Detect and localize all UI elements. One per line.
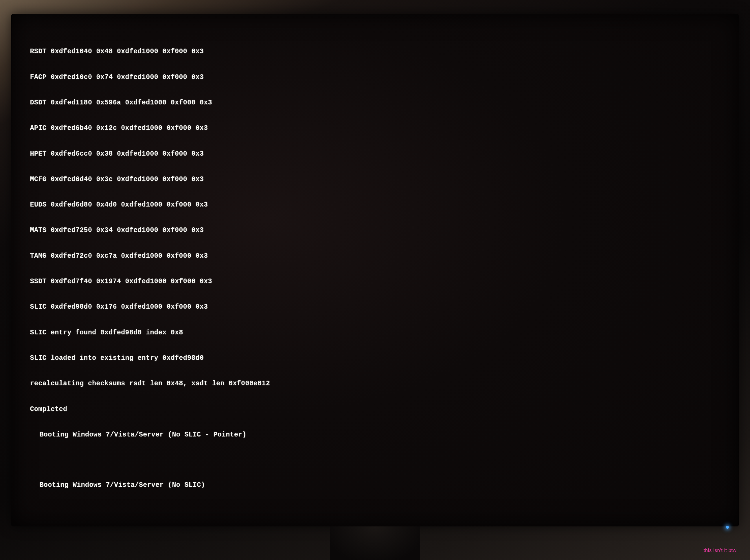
boot-entry: Booting Windows 7/Vista/Server (No SLIC …: [30, 431, 720, 439]
acpi-row: DSDT 0xdfed1180 0x596a 0xdfed1000 0xf000…: [30, 99, 720, 107]
acpi-row: TAMG 0xdfed72c0 0xc7a 0xdfed1000 0xf000 …: [30, 252, 720, 260]
completed-line: Completed: [30, 405, 720, 414]
acpi-row: EUDS 0xdfed6d80 0x4d0 0xdfed1000 0xf000 …: [30, 201, 720, 209]
acpi-row: APIC 0xdfed6b40 0x12c 0xdfed1000 0xf000 …: [30, 124, 720, 133]
acpi-row: SLIC 0xdfed98d0 0x176 0xdfed1000 0xf000 …: [30, 303, 720, 311]
acpi-row: RSDT 0xdfed1040 0x48 0xdfed1000 0xf000 0…: [30, 47, 720, 56]
blank-line: [30, 506, 720, 514]
monitor-stand: [330, 526, 420, 560]
slic-loaded: SLIC loaded into existing entry 0xdfed98…: [30, 354, 720, 362]
blank-line: [30, 456, 720, 464]
checksum-line: recalculating checksums rsdt len 0x48, x…: [30, 380, 720, 388]
power-led-icon: [726, 526, 729, 529]
acpi-row: FACP 0xdfed10c0 0x74 0xdfed1000 0xf000 0…: [30, 73, 720, 82]
boot-entry: Booting Windows 7/Vista/Server (No SLIC): [30, 481, 720, 489]
monitor-frame: RSDT 0xdfed1040 0x48 0xdfed1000 0xf000 0…: [11, 14, 739, 526]
acpi-row: MCFG 0xdfed6d40 0x3c 0xdfed1000 0xf000 0…: [30, 175, 720, 184]
acpi-row: HPET 0xdfed6cc0 0x38 0xdfed1000 0xf000 0…: [30, 150, 720, 158]
boot-console[interactable]: RSDT 0xdfed1040 0x48 0xdfed1000 0xf000 0…: [30, 31, 720, 508]
acpi-row: MATS 0xdfed7250 0x34 0xdfed1000 0xf000 0…: [30, 226, 720, 235]
slic-found: SLIC entry found 0xdfed98d0 index 0x8: [30, 328, 720, 337]
watermark-text: this isn't it btw: [704, 547, 737, 553]
acpi-row: SSDT 0xdfed7f40 0x1974 0xdfed1000 0xf000…: [30, 277, 720, 286]
